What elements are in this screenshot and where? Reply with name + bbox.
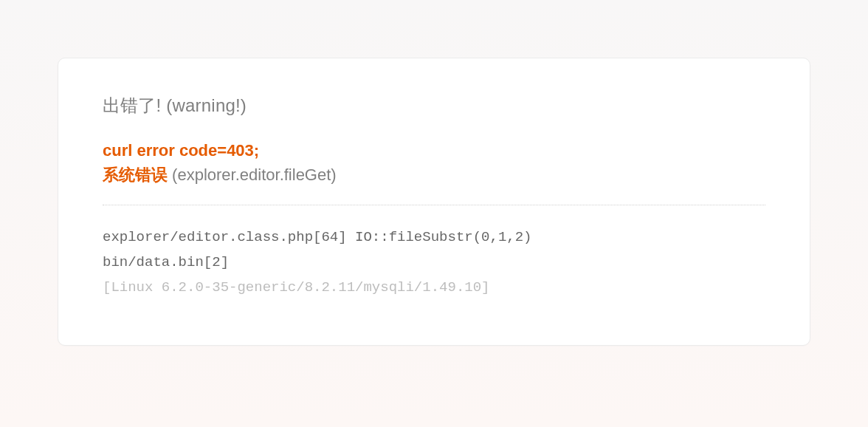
stack-line-1: explorer/editor.class.php[64] IO::fileSu… bbox=[103, 225, 765, 250]
error-context: (explorer.editor.fileGet) bbox=[168, 165, 337, 184]
error-card: 出错了! (warning!) curl error code=403; 系统错… bbox=[58, 58, 810, 346]
error-code-line: curl error code=403; bbox=[103, 138, 765, 163]
env-info: [Linux 6.2.0-35-generic/8.2.11/mysqli/1.… bbox=[103, 275, 765, 300]
error-system-line: 系统错误 (explorer.editor.fileGet) bbox=[103, 163, 765, 187]
system-error-label: 系统错误 bbox=[103, 165, 168, 184]
stack-trace: explorer/editor.class.php[64] IO::fileSu… bbox=[103, 225, 765, 301]
stack-line-2: bin/data.bin[2] bbox=[103, 250, 765, 275]
error-heading: 出错了! (warning!) bbox=[103, 94, 765, 117]
divider bbox=[103, 205, 765, 205]
